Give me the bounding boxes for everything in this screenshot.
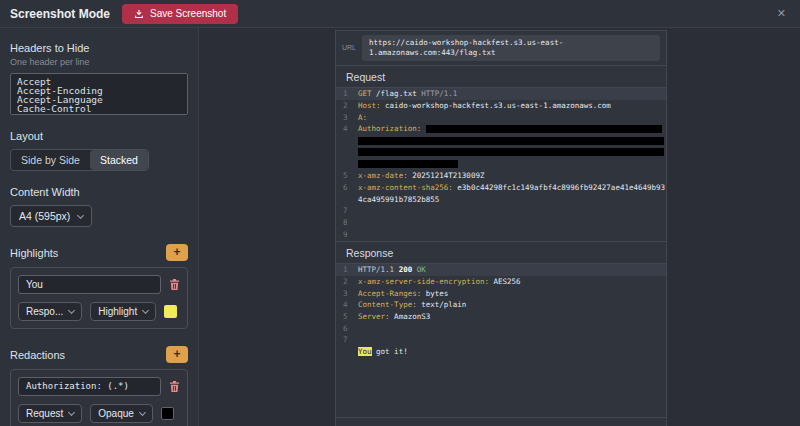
code-segment: x-amz-server-side-encryption: [358,277,489,286]
code-segment: caido-workshop-hackfest.s3.us-east-1.ama… [381,101,611,110]
response-section-header: Response [336,241,666,264]
code-line[interactable]: 3A: [336,111,666,123]
code-line[interactable]: 3Accept-Ranges: bytes [336,287,666,299]
code-line[interactable]: 9 [336,228,666,240]
line-number: 3 [336,113,357,122]
highlight-style-value: Highlight [98,306,137,317]
code-segment: 4ca495991b7852b855 [358,195,439,204]
code-line[interactable]: You got it! [336,346,666,358]
redaction-bar [358,160,458,168]
line-number: 1 [336,265,357,274]
code-segment: 200 [399,265,417,274]
redaction-bar [358,137,664,145]
headers-to-hide-textarea[interactable]: Accept Accept-Encoding Accept-Language C… [10,73,188,115]
line-number: 4 [336,300,357,309]
code-line[interactable]: 8 [336,217,666,229]
delete-redaction-icon[interactable] [169,380,180,393]
line-number: 5 [336,312,357,321]
line-number: 2 [336,101,357,110]
line-number: 6 [336,183,357,192]
code-line[interactable]: 4ca495991b7852b855 [336,193,666,205]
code-line[interactable]: 5Server: AmazonS3 [336,311,666,323]
layout-option-side-by-side[interactable]: Side by Side [11,150,90,170]
code-segment: Authorization: [358,124,426,133]
content-width-value: A4 (595px) [19,210,70,222]
code-segment: 20251214T213009Z [408,171,485,180]
code-segment: HTTP/1.1 [358,265,399,274]
close-icon[interactable]: ✕ [773,5,790,22]
delete-highlight-icon[interactable] [169,278,180,291]
highlight-scope-value: Respo... [26,306,63,317]
line-number: 6 [336,324,357,333]
code-line[interactable]: 1GET /flag.txt HTTP/1.1 [336,88,666,100]
code-segment: Content-Type: [358,300,417,309]
topbar: Screenshot Mode Save Screenshot ✕ [0,0,800,28]
redaction-scope-select[interactable]: Request [18,404,82,423]
download-icon [134,9,144,19]
redaction-item-card: Authorization: (.*) Request Opaque ✓ Gro… [10,369,188,426]
layout-segmented-control: Side by Side Stacked [10,149,149,171]
add-highlight-button[interactable]: + [166,244,188,261]
line-number: 3 [336,289,357,298]
code-line[interactable]: 6x-amz-content-sha256: e3b0c44298fc1c149… [336,182,666,194]
line-number: 7 [336,335,357,344]
code-segment: AmazonS3 [390,312,431,321]
highlight-scope-select[interactable]: Respo... [18,302,82,321]
highlight-color-swatch[interactable] [164,305,177,318]
code-segment: e3b0c44298fc1c149afbf4c8996fb92427ae41e4… [453,183,665,192]
code-segment: x-amz-content-sha256: [358,183,453,192]
code-segment: text/plain [417,300,467,309]
code-line[interactable]: 6 [336,322,666,334]
url-label: URL [342,44,356,51]
code-line[interactable]: 4Authorization: [336,123,666,135]
code-line[interactable]: 5x-amz-date: 20251214T213009Z [336,170,666,182]
chevron-down-icon [68,409,75,416]
highlight-style-select[interactable]: Highlight [90,302,156,321]
chevron-down-icon [139,409,146,416]
line-number: 8 [336,218,357,227]
code-line[interactable] [336,135,666,147]
request-editor: 1GET /flag.txt HTTP/1.12Host: caido-work… [336,88,666,241]
redaction-style-value: Opaque [98,408,134,419]
redaction-bar [358,148,664,156]
code-line[interactable] [336,158,666,170]
save-screenshot-button[interactable]: Save Screenshot [122,4,238,24]
code-line[interactable]: 1HTTP/1.1 200 OK [336,264,666,276]
highlight-text-input[interactable]: You [18,275,161,294]
add-redaction-button[interactable]: + [166,346,188,363]
chevron-down-icon [142,307,149,314]
code-segment: A: [358,113,367,122]
chevron-down-icon [68,307,75,314]
page-title: Screenshot Mode [10,7,110,21]
redaction-scope-value: Request [26,408,63,419]
redactions-label: Redactions [10,349,65,361]
request-section-header: Request [336,65,666,88]
redaction-pattern-input[interactable]: Authorization: (.*) [18,377,161,396]
code-segment: x-amz-date: [358,171,408,180]
redaction-style-select[interactable]: Opaque [90,404,153,423]
sidebar: Headers to Hide One header per line Acce… [0,28,199,426]
layout-option-stacked[interactable]: Stacked [90,150,148,170]
code-segment: GET [358,89,376,98]
highlight-item-card: You Respo... Highlight [10,267,188,329]
code-segment: You [358,347,372,356]
code-line[interactable]: 7 [336,334,666,346]
highlights-label: Highlights [10,247,58,259]
url-value: https://caido-workshop-hackfest.s3.us-ea… [369,38,570,58]
code-line[interactable]: 2x-amz-server-side-encryption: AES256 [336,276,666,288]
chevron-down-icon [77,211,84,218]
content-width-select[interactable]: A4 (595px) [10,205,92,227]
code-line[interactable]: 4Content-Type: text/plain [336,299,666,311]
code-segment: HTTP/1.1 [421,89,457,98]
code-segment: OK [417,265,426,274]
redaction-color-swatch[interactable] [161,407,174,420]
code-segment: got it! [372,347,408,356]
save-screenshot-label: Save Screenshot [150,8,226,19]
line-number: 2 [336,277,357,286]
code-line[interactable] [336,146,666,158]
line-number: 4 [336,124,357,133]
code-line[interactable]: 7 [336,205,666,217]
code-line[interactable]: 2Host: caido-workshop-hackfest.s3.us-eas… [336,100,666,112]
line-number: 5 [336,171,357,180]
line-number: 1 [336,89,357,98]
